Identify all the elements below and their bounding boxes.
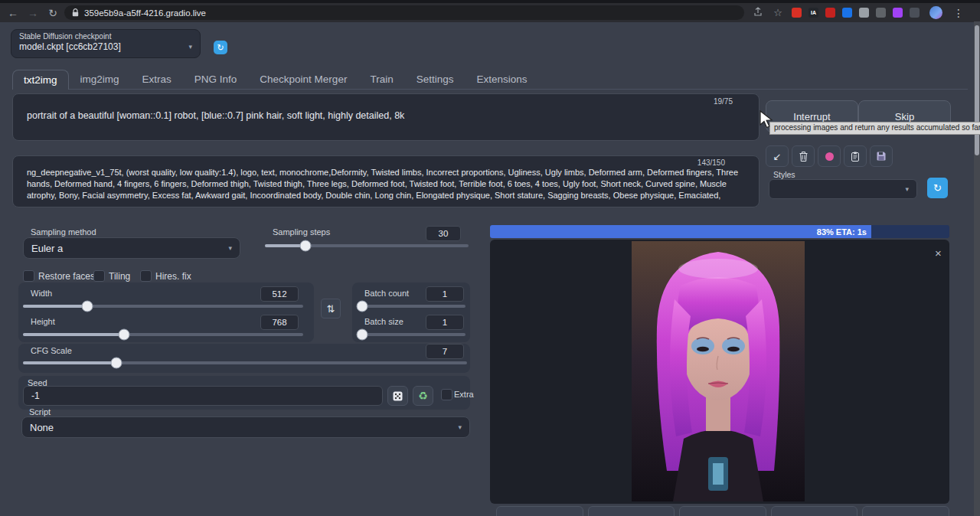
tab-txt2img[interactable]: txt2img xyxy=(12,70,69,90)
chevron-down-icon: ▾ xyxy=(228,244,232,252)
prompt-text: portrait of a beautiful [woman::0.1] rob… xyxy=(13,94,759,127)
batch-count-input[interactable]: 1 xyxy=(426,286,464,302)
script-dropdown[interactable]: None ▾ xyxy=(21,416,470,438)
sampling-method-dropdown[interactable]: Euler a ▾ xyxy=(23,237,240,259)
tab-checkpoint-merger[interactable]: Checkpoint Merger xyxy=(248,69,358,89)
width-slider[interactable] xyxy=(23,305,303,308)
styles-refresh-button[interactable]: ↻ xyxy=(927,178,948,198)
sampling-steps-label: Sampling steps xyxy=(273,227,330,237)
sampling-steps-input[interactable]: 30 xyxy=(426,226,461,241)
main-tabs: txt2img img2img Extras PNG Info Checkpoi… xyxy=(12,69,968,90)
sampling-steps-slider[interactable] xyxy=(265,244,469,247)
batch-size-label: Batch size xyxy=(364,317,403,326)
height-input[interactable]: 768 xyxy=(260,315,299,330)
output-gallery: × xyxy=(490,240,949,504)
seed-input[interactable]: -1 xyxy=(23,386,383,406)
tab-png-info[interactable]: PNG Info xyxy=(183,69,249,89)
save-style-button[interactable] xyxy=(870,145,893,167)
slider-thumb[interactable] xyxy=(118,329,129,341)
extension-icon-5[interactable] xyxy=(859,8,869,18)
url-text: 359e5b9a-a5ff-4216.gradio.live xyxy=(84,8,206,18)
refresh-icon: ↻ xyxy=(933,182,942,194)
width-input[interactable]: 512 xyxy=(260,286,299,302)
sampling-method-label: Sampling method xyxy=(31,227,96,237)
tiling-checkbox[interactable] xyxy=(93,270,105,282)
tab-extras[interactable]: Extras xyxy=(131,69,183,89)
restore-faces-checkbox[interactable] xyxy=(23,270,34,282)
browser-menu-icon[interactable]: ⋮ xyxy=(952,7,965,19)
slider-thumb[interactable] xyxy=(356,301,368,312)
tab-extensions[interactable]: Extensions xyxy=(465,69,538,89)
cfg-scale-label: CFG Scale xyxy=(31,346,72,355)
cfg-scale-slider[interactable] xyxy=(23,361,467,364)
tab-img2img[interactable]: img2img xyxy=(69,69,131,89)
dice-icon xyxy=(393,391,403,401)
extension-icon-4[interactable] xyxy=(842,8,852,18)
height-label: Height xyxy=(31,317,55,326)
generated-image[interactable] xyxy=(632,241,805,501)
hires-fix-checkbox[interactable] xyxy=(140,270,152,282)
tab-settings[interactable]: Settings xyxy=(405,69,466,89)
slider-thumb[interactable] xyxy=(300,240,312,252)
prompt-textarea[interactable]: 19/75 portrait of a beautiful [woman::0.… xyxy=(12,93,760,141)
apply-styles-button[interactable] xyxy=(844,145,867,167)
slider-thumb[interactable] xyxy=(356,329,368,341)
swap-arrows-icon: ⇅ xyxy=(327,303,335,315)
checkpoint-dropdown[interactable]: Stable Diffusion checkpoint model.ckpt [… xyxy=(11,29,201,58)
puzzle-extensions-icon[interactable] xyxy=(910,8,920,18)
batch-size-slider[interactable] xyxy=(360,333,466,336)
checkpoint-refresh-button[interactable]: ↻ xyxy=(214,41,227,54)
swap-dimensions-button[interactable]: ⇅ xyxy=(321,299,341,318)
seed-extra-label: Extra xyxy=(454,390,474,399)
trash-icon xyxy=(799,152,808,162)
page-scrollbar-thumb[interactable] xyxy=(975,25,979,155)
batch-size-input[interactable]: 1 xyxy=(426,315,464,330)
reuse-seed-button[interactable]: ♻ xyxy=(413,386,433,406)
styles-label: Styles xyxy=(773,170,795,179)
slider-thumb[interactable] xyxy=(82,301,93,312)
clipboard-icon xyxy=(851,152,859,162)
back-button[interactable]: ← xyxy=(6,6,20,20)
slider-thumb[interactable] xyxy=(110,358,122,369)
reload-button[interactable]: ↻ xyxy=(46,6,60,20)
seed-extra-checkbox[interactable] xyxy=(441,389,452,400)
script-label: Script xyxy=(29,407,51,416)
extra-networks-button[interactable] xyxy=(818,145,841,167)
height-slider[interactable] xyxy=(23,333,303,336)
extension-icon-2[interactable]: IA xyxy=(808,8,818,18)
close-gallery-icon[interactable]: × xyxy=(935,247,942,259)
gallery-action-button[interactable] xyxy=(771,506,858,516)
bookmark-star-icon[interactable]: ☆ xyxy=(772,7,784,19)
negative-prompt-textarea[interactable]: 143/150 ng_deepnegative_v1_75t, (worst q… xyxy=(12,155,760,207)
browser-toolbar: ← → ↻ 359e5b9a-a5ff-4216.gradio.live ☆ I… xyxy=(0,3,980,22)
gallery-actions-row xyxy=(496,506,949,516)
extension-icon-1[interactable] xyxy=(792,8,802,18)
lock-icon xyxy=(72,8,79,17)
negative-prompt-text: ng_deepnegative_v1_75t, (worst quality, … xyxy=(13,156,759,207)
styles-dropdown[interactable]: ▾ xyxy=(769,179,917,199)
share-icon[interactable] xyxy=(752,7,764,19)
checkpoint-label: Stable Diffusion checkpoint xyxy=(19,32,192,41)
forward-button[interactable]: → xyxy=(26,6,40,20)
portrait-illustration xyxy=(632,241,805,501)
extension-icon-7[interactable] xyxy=(893,8,903,18)
paste-generation-params-button[interactable]: ↙ xyxy=(766,145,789,167)
chevron-down-icon: ▾ xyxy=(905,185,909,193)
clear-prompt-button[interactable] xyxy=(792,145,815,167)
restore-faces-label: Restore faces xyxy=(38,271,95,282)
extension-icon-3[interactable] xyxy=(825,8,835,18)
tab-train[interactable]: Train xyxy=(358,69,404,89)
extension-icon-6[interactable] xyxy=(876,8,886,18)
address-bar[interactable]: 359e5b9a-a5ff-4216.gradio.live xyxy=(64,5,744,20)
random-seed-button[interactable] xyxy=(387,386,408,406)
gallery-action-button[interactable] xyxy=(588,506,675,516)
gallery-action-button[interactable] xyxy=(862,506,949,516)
batch-count-slider[interactable] xyxy=(360,305,466,308)
cfg-scale-input[interactable]: 7 xyxy=(426,344,464,359)
profile-avatar[interactable] xyxy=(929,6,942,19)
chevron-down-icon: ▾ xyxy=(458,423,462,431)
refresh-icon: ↻ xyxy=(217,43,224,53)
gallery-action-button[interactable] xyxy=(496,506,583,516)
gallery-action-button[interactable] xyxy=(679,506,766,516)
script-value: None xyxy=(30,422,54,433)
